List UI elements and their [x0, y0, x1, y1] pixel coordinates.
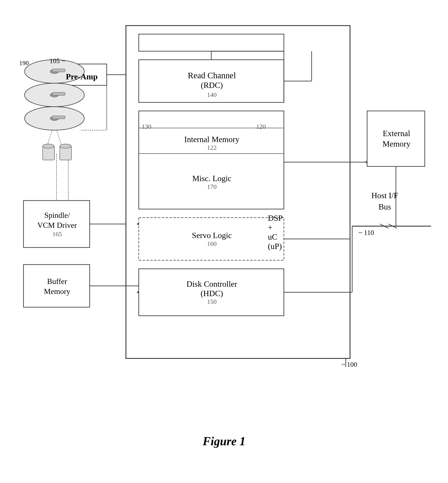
external-memory-area: ExternalMemory	[368, 111, 425, 166]
internal-memory-label: Internal Memory	[184, 135, 240, 144]
internal-memory-number: 122	[207, 144, 217, 151]
preamp-label: Pre-Amp	[57, 66, 106, 87]
read-channel-sublabel: (RDC)	[201, 80, 223, 90]
servo-logic-area: Servo Logic 160	[140, 218, 284, 260]
svg-marker-26	[365, 161, 367, 163]
svg-line-40	[126, 286, 139, 292]
label-100: ~ 100	[342, 361, 357, 368]
read-channel-number: 140	[207, 91, 217, 98]
svg-line-53	[47, 130, 52, 146]
svg-line-13	[380, 224, 388, 228]
svg-marker-38	[136, 223, 139, 225]
disk-controller-number: 150	[207, 298, 217, 305]
read-channel-label: Read Channel	[188, 70, 236, 80]
spindle-label: Spindle/VCM Driver	[37, 210, 77, 230]
svg-line-24	[350, 139, 367, 162]
svg-marker-41	[136, 291, 139, 293]
svg-rect-52	[52, 116, 65, 119]
svg-line-54	[56, 130, 62, 146]
disk-controller-area: Disk Controller (HDC) 150	[140, 269, 284, 316]
read-channel-box: Read Channel (RDC) 140	[140, 63, 284, 105]
internal-memory-area: Internal Memory 122	[140, 132, 284, 154]
buffer-memory-area: BufferMemory	[24, 266, 90, 307]
servo-logic-number: 160	[207, 240, 217, 247]
misc-logic-number: 170	[207, 183, 217, 190]
buffer-memory-label: BufferMemory	[44, 277, 71, 297]
dsp-num-left: 130	[142, 123, 151, 130]
dsp-num-right: 120	[256, 123, 266, 130]
preamp-tilde: 105 ~	[49, 57, 65, 65]
spindle-area: Spindle/VCM Driver 165	[24, 200, 90, 247]
external-memory-label: ExternalMemory	[383, 128, 410, 149]
svg-point-56	[43, 144, 54, 148]
svg-rect-1	[139, 34, 284, 51]
spindle-number: 165	[52, 230, 62, 238]
misc-logic-area: Misc. Logic 170	[140, 155, 284, 209]
label-110: ~ 110	[359, 229, 374, 237]
svg-line-14	[388, 224, 397, 228]
disk-controller-sublabel: (HDC)	[201, 289, 223, 298]
host-if-label: Host I/FBus	[371, 190, 398, 213]
label-190: 190	[19, 59, 29, 67]
svg-point-58	[60, 144, 71, 148]
misc-logic-label: Misc. Logic	[192, 174, 232, 183]
disk-controller-label: Disk Controller	[186, 279, 237, 289]
servo-logic-label: Servo Logic	[192, 231, 232, 240]
svg-rect-49	[52, 92, 65, 95]
figure-title: Figure 1	[203, 434, 246, 448]
